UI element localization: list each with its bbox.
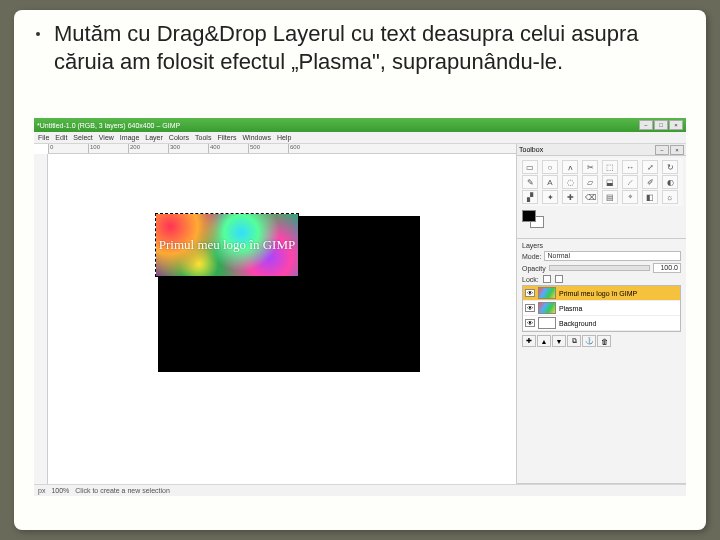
layer-row[interactable]: 👁 Background: [523, 316, 680, 331]
close-button[interactable]: ×: [669, 120, 683, 130]
tool-button[interactable]: ◐: [662, 175, 678, 189]
mode-select[interactable]: Normal: [544, 251, 681, 261]
tool-button[interactable]: ⌫: [582, 190, 598, 204]
slide-bullet-text: Mutăm cu Drag&Drop Layerul cu text deasu…: [54, 20, 682, 75]
minimize-button[interactable]: −: [639, 120, 653, 130]
lower-layer-button[interactable]: ▼: [552, 335, 566, 347]
opacity-value[interactable]: 100.0: [653, 263, 681, 273]
tool-button[interactable]: ▭: [522, 160, 538, 174]
foreground-color[interactable]: [522, 210, 536, 222]
tool-button[interactable]: ✎: [522, 175, 538, 189]
opacity-slider[interactable]: [549, 265, 650, 271]
menu-item[interactable]: Filters: [217, 134, 236, 141]
menu-item[interactable]: File: [38, 134, 49, 141]
tool-button[interactable]: ↔: [622, 160, 638, 174]
tool-button[interactable]: A: [542, 175, 558, 189]
tool-button[interactable]: ⟋: [622, 175, 638, 189]
layer-list: 👁 Primul meu logo în GIMP 👁 Plasma 👁: [522, 285, 681, 332]
menu-item[interactable]: Colors: [169, 134, 189, 141]
fg-bg-swatch[interactable]: [522, 210, 548, 232]
window-title: *Untitled-1.0 (RGB, 3 layers) 640x400 – …: [37, 122, 180, 129]
menu-item[interactable]: Edit: [55, 134, 67, 141]
menu-item[interactable]: Windows: [242, 134, 270, 141]
layer-thumbnail: [538, 317, 556, 329]
tool-button[interactable]: ✂: [582, 160, 598, 174]
menubar: File Edit Select View Image Layer Colors…: [34, 132, 686, 144]
ruler-horizontal: 0 100 200 300 400 500 600: [48, 144, 516, 154]
gimp-screenshot: *Untitled-1.0 (RGB, 3 layers) 640x400 – …: [34, 118, 686, 496]
logo-text: Primul meu logo în GIMP: [159, 238, 296, 253]
tool-button[interactable]: ⌖: [622, 190, 638, 204]
lock-pixels-checkbox[interactable]: [543, 275, 551, 283]
status-bar: px 100% Click to create a new selection: [34, 484, 686, 496]
window-titlebar: *Untitled-1.0 (RGB, 3 layers) 640x400 – …: [34, 118, 686, 132]
tool-button[interactable]: ↻: [662, 160, 678, 174]
raise-layer-button[interactable]: ▲: [537, 335, 551, 347]
toolbox-panel: ▭○ᴧ✂⬚↔⤢↻✎A◌▱⬓⟋✐◐▞✦✚⌫▤⌖◧☼: [517, 156, 686, 239]
tool-button[interactable]: ⬚: [602, 160, 618, 174]
menu-item[interactable]: Tools: [195, 134, 211, 141]
tool-button[interactable]: ○: [542, 160, 558, 174]
tool-button[interactable]: ᴧ: [562, 160, 578, 174]
layers-panel: Layers Mode: Normal Opacity 100.0 Lock:: [517, 239, 686, 484]
lock-alpha-checkbox[interactable]: [555, 275, 563, 283]
delete-layer-button[interactable]: 🗑: [597, 335, 611, 347]
tool-button[interactable]: ▞: [522, 190, 538, 204]
plasma-text-layer[interactable]: Primul meu logo în GIMP: [156, 214, 298, 276]
tool-button[interactable]: ✦: [542, 190, 558, 204]
tool-button[interactable]: ▱: [582, 175, 598, 189]
tool-button[interactable]: ▤: [602, 190, 618, 204]
maximize-button[interactable]: □: [654, 120, 668, 130]
layer-row[interactable]: 👁 Primul meu logo în GIMP: [523, 286, 680, 301]
layer-thumbnail: [538, 302, 556, 314]
menu-item[interactable]: View: [99, 134, 114, 141]
status-unit: px: [38, 487, 45, 494]
menu-item[interactable]: Help: [277, 134, 291, 141]
tool-button[interactable]: ◧: [642, 190, 658, 204]
opacity-label: Opacity: [522, 265, 546, 272]
tool-button[interactable]: ☼: [662, 190, 678, 204]
layer-thumbnail: [538, 287, 556, 299]
layer-name[interactable]: Plasma: [559, 305, 582, 312]
lock-label: Lock:: [522, 276, 539, 283]
menu-item[interactable]: Select: [73, 134, 92, 141]
panel-close-button[interactable]: ×: [670, 145, 684, 155]
tool-button[interactable]: ✐: [642, 175, 658, 189]
menu-item[interactable]: Image: [120, 134, 139, 141]
visibility-toggle[interactable]: 👁: [525, 289, 535, 297]
visibility-toggle[interactable]: 👁: [525, 319, 535, 327]
tool-button[interactable]: ◌: [562, 175, 578, 189]
ruler-vertical: [34, 154, 48, 484]
panel-min-button[interactable]: −: [655, 145, 669, 155]
anchor-layer-button[interactable]: ⚓: [582, 335, 596, 347]
tool-button[interactable]: ⬓: [602, 175, 618, 189]
toolbox-title: Toolbox: [519, 146, 543, 153]
tool-button[interactable]: ⤢: [642, 160, 658, 174]
layer-row[interactable]: 👁 Plasma: [523, 301, 680, 316]
menu-item[interactable]: Layer: [145, 134, 163, 141]
status-hint: Click to create a new selection: [75, 487, 170, 494]
layer-name[interactable]: Primul meu logo în GIMP: [559, 290, 637, 297]
image-canvas[interactable]: Primul meu logo în GIMP: [158, 216, 420, 372]
status-zoom[interactable]: 100%: [51, 487, 69, 494]
visibility-toggle[interactable]: 👁: [525, 304, 535, 312]
bullet-icon: [36, 32, 40, 36]
layers-tab[interactable]: Layers: [522, 242, 543, 249]
tool-button[interactable]: ✚: [562, 190, 578, 204]
canvas-area[interactable]: 0 100 200 300 400 500 600 Primul meu log…: [34, 144, 516, 484]
new-layer-button[interactable]: ✚: [522, 335, 536, 347]
mode-label: Mode:: [522, 253, 541, 260]
layer-name[interactable]: Background: [559, 320, 596, 327]
duplicate-layer-button[interactable]: ⧉: [567, 335, 581, 347]
